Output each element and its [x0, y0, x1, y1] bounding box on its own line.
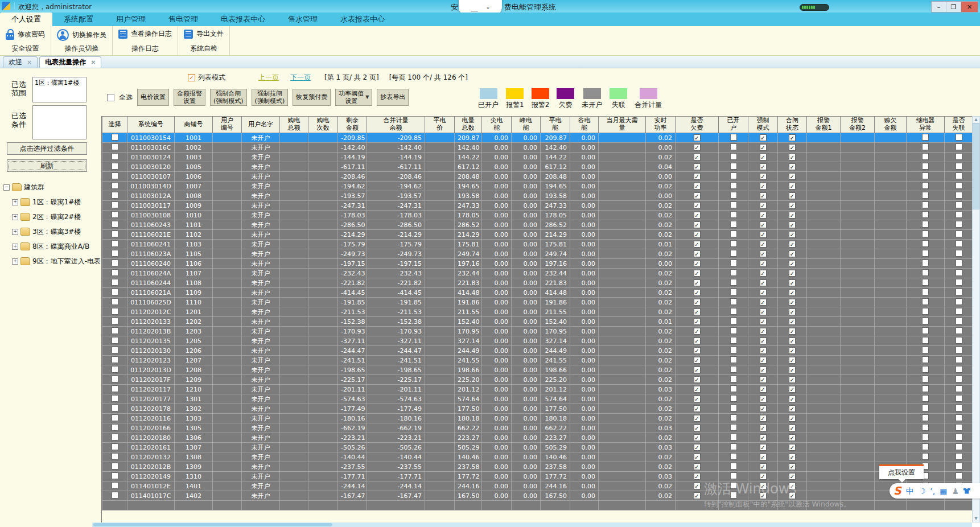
switch-state-checkbox[interactable]	[789, 386, 796, 393]
forced-mode-checkbox[interactable]	[760, 463, 767, 470]
row-select-checkbox[interactable]	[112, 201, 118, 208]
row-select-checkbox[interactable]	[112, 269, 118, 276]
lost-link-checkbox[interactable]	[956, 250, 962, 257]
row-select-checkbox[interactable]	[112, 163, 118, 170]
relay-abnormal-checkbox[interactable]	[922, 153, 929, 160]
relay-abnormal-checkbox[interactable]	[922, 424, 929, 431]
switch-state-checkbox[interactable]	[789, 405, 796, 412]
row-select-checkbox[interactable]	[112, 414, 118, 421]
menu-item-1[interactable]: 系统配置	[52, 13, 105, 26]
opened-checkbox[interactable]	[730, 376, 737, 382]
table-row[interactable]: 01120201491310未开户-177.71-177.71177.720.0…	[102, 472, 973, 481]
owe-checkbox[interactable]	[694, 163, 701, 170]
column-header-1[interactable]: 系统编号	[127, 117, 175, 133]
change-password-button[interactable]: 修改密码	[6, 29, 45, 40]
action-button-1[interactable]: 金额报警 设置	[174, 89, 205, 106]
row-select-checkbox[interactable]	[112, 366, 118, 373]
owe-checkbox[interactable]	[694, 463, 701, 470]
lost-link-checkbox[interactable]	[956, 182, 962, 189]
opened-checkbox[interactable]	[730, 453, 737, 460]
column-header-2[interactable]: 商铺号	[175, 117, 213, 133]
owe-checkbox[interactable]	[694, 202, 701, 209]
relay-abnormal-checkbox[interactable]	[922, 308, 929, 315]
forced-mode-checkbox[interactable]	[760, 231, 767, 238]
row-select-checkbox[interactable]	[112, 463, 118, 470]
lost-link-checkbox[interactable]	[956, 163, 962, 170]
selected-condition-box[interactable]	[32, 105, 87, 139]
opened-checkbox[interactable]	[730, 192, 737, 199]
relay-abnormal-checkbox[interactable]	[922, 143, 929, 150]
lost-link-checkbox[interactable]	[956, 230, 962, 237]
table-row[interactable]: 011202013B1203未开户-170.93-170.93170.950.0…	[102, 327, 973, 336]
owe-checkbox[interactable]	[694, 405, 701, 412]
table-row[interactable]: 01120201231207未开户-241.51-241.51241.550.0…	[102, 356, 973, 365]
forced-mode-checkbox[interactable]	[760, 444, 767, 451]
menu-item-0[interactable]: 个人设置	[0, 13, 52, 26]
horizontal-scroll-thumb[interactable]	[93, 523, 332, 526]
forced-mode-checkbox[interactable]	[760, 241, 767, 248]
switch-state-checkbox[interactable]	[789, 415, 796, 422]
relay-abnormal-checkbox[interactable]	[922, 414, 929, 421]
table-row[interactable]: 01100301541001未开户-209.85-209.85209.870.0…	[102, 133, 973, 143]
opened-checkbox[interactable]	[730, 318, 737, 324]
action-button-4[interactable]: 恢复预付费	[293, 89, 331, 106]
relay-abnormal-checkbox[interactable]	[922, 385, 929, 392]
row-select-checkbox[interactable]	[112, 327, 118, 334]
opened-checkbox[interactable]	[730, 289, 737, 295]
menu-item-5[interactable]: 售水管理	[277, 13, 329, 26]
switch-state-checkbox[interactable]	[789, 154, 796, 160]
column-header-18[interactable]: 已开 户	[719, 117, 748, 133]
lost-link-checkbox[interactable]	[956, 279, 962, 286]
lost-link-checkbox[interactable]	[956, 366, 962, 373]
row-select-checkbox[interactable]	[112, 221, 118, 228]
switch-state-checkbox[interactable]	[789, 347, 796, 354]
column-header-7[interactable]: 剩余 金额	[338, 117, 367, 133]
column-header-5[interactable]: 购电 总额	[280, 117, 308, 133]
relay-abnormal-checkbox[interactable]	[922, 298, 929, 305]
relay-abnormal-checkbox[interactable]	[922, 134, 929, 141]
opened-checkbox[interactable]	[730, 356, 737, 363]
opened-checkbox[interactable]	[730, 463, 737, 470]
switch-state-checkbox[interactable]	[789, 144, 796, 151]
expand-icon[interactable]: +	[12, 214, 18, 220]
column-header-25[interactable]: 是否 失联	[945, 117, 973, 133]
relay-abnormal-checkbox[interactable]	[922, 221, 929, 228]
forced-mode-checkbox[interactable]	[760, 270, 767, 277]
switch-state-checkbox[interactable]	[789, 221, 796, 228]
row-select-checkbox[interactable]	[112, 318, 118, 324]
opened-checkbox[interactable]	[730, 143, 737, 150]
lost-link-checkbox[interactable]	[956, 443, 962, 450]
switch-state-checkbox[interactable]	[789, 134, 796, 141]
owe-checkbox[interactable]	[694, 425, 701, 431]
lost-link-checkbox[interactable]	[956, 356, 962, 363]
row-select-checkbox[interactable]	[112, 443, 118, 450]
table-row[interactable]: 01120201171210未开户-201.11-201.11201.120.0…	[102, 385, 973, 394]
scroll-up-icon[interactable]: ▲	[973, 117, 979, 123]
menu-item-6[interactable]: 水表报表中心	[329, 13, 396, 26]
switch-state-checkbox[interactable]	[789, 260, 796, 267]
row-select-checkbox[interactable]	[112, 453, 118, 460]
table-row[interactable]: 011106023A1105未开户-249.73-249.73249.740.0…	[102, 249, 973, 259]
opened-checkbox[interactable]	[730, 395, 737, 402]
table-row[interactable]: 01100301081010未开户-178.03-178.03178.050.0…	[102, 211, 973, 220]
close-button[interactable]: ✕	[961, 2, 978, 12]
relay-abnormal-checkbox[interactable]	[922, 192, 929, 199]
lost-link-checkbox[interactable]	[956, 221, 962, 228]
tab-welcome[interactable]: 欢迎 ×	[3, 56, 38, 68]
relay-abnormal-checkbox[interactable]	[922, 172, 929, 179]
opened-checkbox[interactable]	[730, 201, 737, 208]
opened-checkbox[interactable]	[730, 443, 737, 450]
lost-link-checkbox[interactable]	[956, 201, 962, 208]
switch-state-checkbox[interactable]	[789, 192, 796, 199]
table-row[interactable]: 01110602401106未开户-197.15-197.15197.160.0…	[102, 259, 973, 269]
column-header-21[interactable]: 报警 金额1	[807, 117, 841, 133]
owe-checkbox[interactable]	[694, 347, 701, 354]
table-row[interactable]: 01120201661305未开户-662.19-662.19662.220.0…	[102, 423, 973, 433]
row-select-checkbox[interactable]	[112, 376, 118, 382]
relay-abnormal-checkbox[interactable]	[922, 163, 929, 170]
relay-abnormal-checkbox[interactable]	[922, 182, 929, 189]
column-header-24[interactable]: 继电器 异常	[907, 117, 945, 133]
row-select-checkbox[interactable]	[112, 482, 118, 489]
owe-checkbox[interactable]	[694, 250, 701, 257]
table-row[interactable]: 011106024A1107未开户-232.43-232.43232.440.0…	[102, 269, 973, 278]
